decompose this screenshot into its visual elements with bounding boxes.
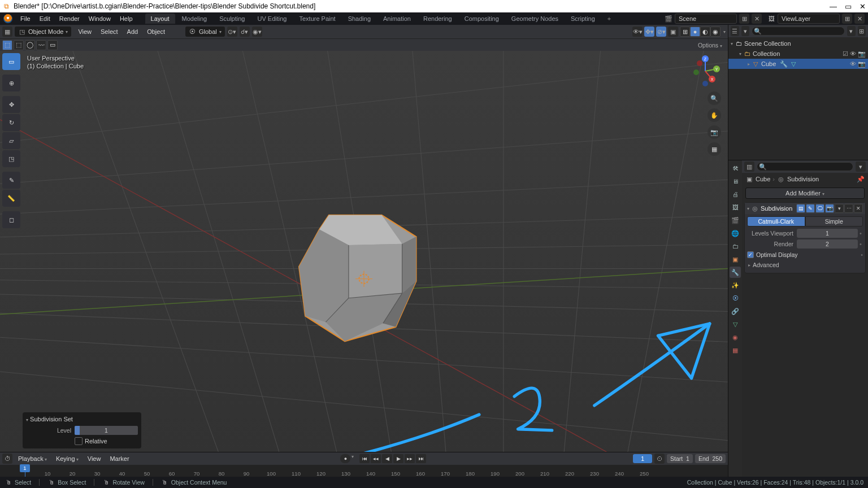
tool-rotate[interactable]: ↻ (2, 114, 20, 131)
workspace-tab-rendering[interactable]: Rendering (418, 14, 458, 24)
workspace-tab-compositing[interactable]: Compositing (459, 14, 505, 24)
redo-relative-checkbox[interactable] (75, 437, 83, 445)
delete-viewlayer-button[interactable]: ✕ (854, 14, 865, 24)
timeline-menu-playback[interactable]: Playback ▾ (14, 454, 51, 463)
zoom-icon[interactable]: 🔍 (708, 91, 721, 105)
advanced-panel-toggle[interactable]: ▸Advanced (747, 259, 863, 269)
play-reverse[interactable]: ◀ (382, 454, 392, 463)
collection-exclude-checkbox[interactable]: ☑ (843, 50, 848, 58)
subdiv-type-simple[interactable]: Simple (805, 216, 863, 226)
tool-scale[interactable]: ▱ (2, 132, 20, 149)
mod-edit-mode[interactable]: ✎ (806, 204, 815, 213)
select-mode-box[interactable]: ⬚ (14, 40, 24, 50)
panel-collapse[interactable]: ▾ (747, 206, 749, 211)
prop-tab-collection[interactable]: 🗀 (730, 241, 741, 252)
new-collection[interactable]: ⊞ (858, 26, 866, 36)
prop-tab-constraints[interactable]: 🔗 (730, 306, 741, 317)
prop-tab-material[interactable]: ◉ (730, 332, 741, 343)
prop-tab-texture[interactable]: ▦ (730, 345, 741, 356)
levels-render-input[interactable]: 2 (797, 239, 858, 249)
new-scene-button[interactable]: ⊞ (739, 14, 749, 24)
workspace-tab-layout[interactable]: Layout (145, 14, 175, 24)
tool-move[interactable]: ✥ (2, 96, 20, 113)
viewport-options-dropdown[interactable]: Options ▾ (695, 41, 726, 50)
editor-type-selector[interactable]: ▦ (2, 27, 12, 37)
current-frame[interactable]: 1 (633, 454, 652, 463)
pan-icon[interactable]: ✋ (708, 108, 721, 122)
prop-tab-modifiers[interactable]: 🔧 (730, 267, 741, 278)
menu-file[interactable]: File (16, 14, 35, 23)
play-forward[interactable]: ▶ (393, 454, 403, 463)
window-close[interactable]: ✕ (860, 2, 866, 11)
prop-tab-particles[interactable]: ✨ (730, 280, 741, 291)
render-icon[interactable]: 📷 (858, 50, 866, 58)
mod-render[interactable]: 📷 (825, 204, 834, 213)
xray-toggle[interactable]: ▣ (668, 27, 678, 37)
viewport-menu-view[interactable]: View (73, 27, 96, 36)
outliner-filter[interactable]: ▾ (847, 26, 856, 36)
shading-material[interactable]: ◐ (700, 27, 710, 37)
workspace-tab-geometry-nodes[interactable]: Geometry Nodes (506, 14, 564, 24)
timeline-editor-selector[interactable]: ⏱ (2, 454, 12, 464)
mod-on-cage[interactable]: ▤ (796, 204, 805, 213)
workspace-tab-uv-editing[interactable]: UV Editing (251, 14, 292, 24)
shading-rendered[interactable]: ◉ (710, 27, 721, 37)
select-mode-circle[interactable]: ◯ (25, 40, 35, 50)
mod-delete[interactable]: ✕ (854, 204, 863, 213)
frame-menu[interactable]: ⏲ (654, 454, 665, 464)
nav-gizmo[interactable]: Z Y X (689, 55, 721, 87)
tool-transform[interactable]: ◳ (2, 150, 20, 167)
jump-end[interactable]: ⏭ (416, 454, 426, 463)
render-icon[interactable]: 📷 (858, 60, 866, 68)
redo-panel[interactable]: ▾ Subdivision Set Level 1 Relative (23, 412, 141, 448)
prop-tab-viewlayer[interactable]: 🖼 (730, 202, 741, 213)
prop-tab-tool[interactable]: 🛠 (730, 163, 741, 174)
select-mode-extra[interactable]: ▭ (47, 40, 58, 50)
gizmo-toggle[interactable]: ✥▾ (644, 27, 654, 37)
mod-dropdown[interactable]: ⋯ (844, 204, 853, 213)
viewport-menu-add[interactable]: Add (123, 27, 143, 36)
mode-selector[interactable]: ◳ Object Mode▾ (15, 27, 71, 37)
subdiv-type-catmullclark[interactable]: Catmull-Clark (747, 216, 805, 226)
prop-tab-scene[interactable]: 🎬 (730, 215, 741, 226)
workspace-add[interactable]: + (602, 14, 617, 24)
pivot-point[interactable]: ⊙▾ (227, 27, 237, 37)
viewport-menu-select[interactable]: Select (96, 27, 123, 36)
select-mode-lasso[interactable]: 〰 (36, 40, 46, 50)
workspace-tab-scripting[interactable]: Scripting (565, 14, 601, 24)
timeline-track[interactable]: 1 10203040506070809010011012013014015016… (0, 465, 728, 477)
perspective-toggle-icon[interactable]: ▦ (708, 142, 721, 156)
tool-measure[interactable]: 📏 (2, 190, 20, 207)
window-maximize[interactable]: ▭ (845, 2, 852, 11)
prop-tab-physics[interactable]: ⦿ (730, 293, 741, 304)
window-minimize[interactable]: — (830, 2, 837, 11)
optimal-display-checkbox[interactable]: ✓ (747, 251, 754, 258)
prop-tab-world[interactable]: 🌐 (730, 228, 741, 239)
menu-render[interactable]: Render (55, 14, 84, 23)
tool-annotate[interactable]: ✎ (2, 172, 20, 189)
levels-viewport-input[interactable]: 1 (797, 229, 858, 238)
mod-realtime[interactable]: 🖵 (815, 204, 824, 213)
menu-edit[interactable]: Edit (35, 14, 55, 23)
props-search[interactable] (757, 162, 853, 171)
menu-window[interactable]: Window (84, 14, 115, 23)
proportional-edit[interactable]: ◉▾ (252, 27, 262, 37)
pin-icon[interactable]: 📌 (857, 175, 865, 183)
scene-selector[interactable]: Scene (675, 14, 737, 24)
eye-icon[interactable]: 👁 (850, 60, 856, 68)
props-editor-selector[interactable]: ▥ (744, 162, 754, 172)
prop-tab-output[interactable]: 🖨 (730, 189, 741, 200)
outliner-search[interactable] (752, 27, 845, 36)
outliner-collection[interactable]: ▾ 🗀 Collection ☑👁📷 (728, 49, 868, 59)
camera-view-icon[interactable]: 📷 (708, 125, 721, 139)
tool-select[interactable]: ▭ (2, 53, 20, 70)
outliner-display-mode[interactable]: ▾ (741, 26, 750, 36)
menu-help[interactable]: Help (115, 14, 137, 23)
prop-tab-object[interactable]: ▣ (730, 254, 741, 265)
jump-prev-key[interactable]: ◂◂ (371, 454, 381, 463)
snap-toggle[interactable]: ☌▾ (240, 27, 250, 37)
viewport-menu-object[interactable]: Object (142, 27, 170, 36)
workspace-tab-modeling[interactable]: Modeling (176, 14, 213, 24)
timeline-menu-view[interactable]: View (83, 454, 106, 463)
mod-extras[interactable]: ▾ (835, 204, 844, 213)
